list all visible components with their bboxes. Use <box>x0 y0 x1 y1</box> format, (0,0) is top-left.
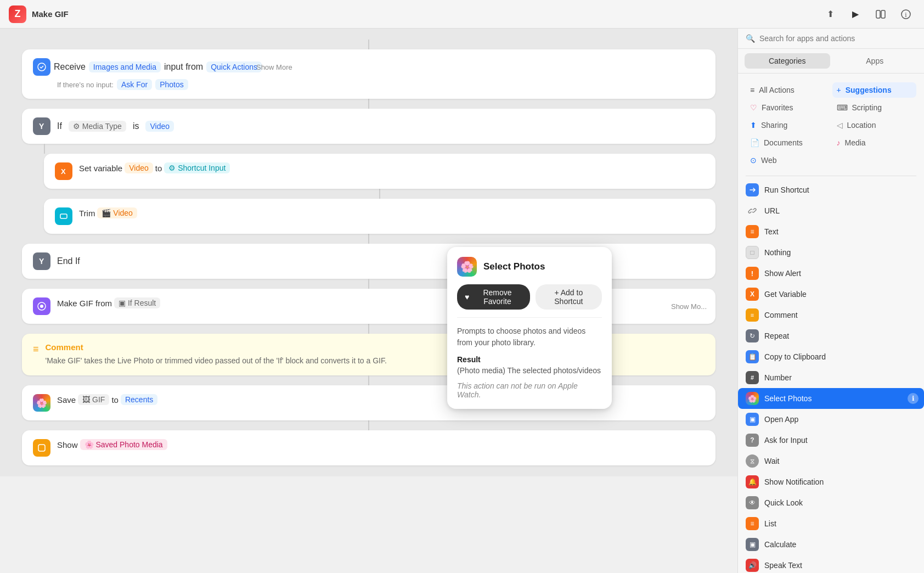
sidebar-item-all-actions[interactable]: ≡ All Actions <box>746 82 830 98</box>
action-run-shortcut[interactable]: Run Shortcut <box>738 179 924 200</box>
if-icon: Y <box>33 117 50 135</box>
end-if-icon: Y <box>33 252 50 270</box>
receive-icon <box>33 58 50 76</box>
save-icon: 🌸 <box>33 394 50 412</box>
panel-toggle-button[interactable] <box>871 5 890 24</box>
action-calculate[interactable]: ▣ Calculate <box>738 534 924 555</box>
action-speak-text[interactable]: 🔊 Speak Text <box>738 555 924 573</box>
action-nothing[interactable]: □ Nothing <box>738 242 924 263</box>
sidebar-item-suggestions[interactable]: + Suggestions <box>832 82 917 98</box>
sidebar-item-favorites[interactable]: ♡ Favorites <box>746 100 830 115</box>
web-label: Web <box>761 156 777 165</box>
show-notification-icon: 🔔 <box>746 475 759 488</box>
number-icon: # <box>746 371 759 384</box>
trim-variable[interactable]: 🎬 Video <box>97 207 137 218</box>
popup-note: This action can not be run on Apple Watc… <box>457 381 602 399</box>
documents-icon: 📄 <box>750 138 759 147</box>
web-icon: ⊙ <box>750 156 757 165</box>
shortcut-input-tag[interactable]: ⚙ Shortcut Input <box>164 162 230 173</box>
action-copy-clipboard[interactable]: 📋 Copy to Clipboard <box>738 346 924 367</box>
make-gif-show-more[interactable]: Show Mo... <box>671 302 707 311</box>
main-layout: Receive Images and Media input from Quic… <box>0 29 924 573</box>
if-condition[interactable]: ⚙ Media Type <box>69 121 126 132</box>
if-result-tag[interactable]: ▣ If Result <box>114 297 160 308</box>
svg-rect-0 <box>876 10 880 18</box>
search-input[interactable] <box>759 34 916 43</box>
action-url[interactable]: URL <box>738 200 924 221</box>
popup-body: Prompts to choose photos and videos from… <box>447 318 612 409</box>
receive-input-type[interactable]: Images and Media <box>89 61 161 72</box>
show-alert-icon: ! <box>746 267 759 280</box>
action-text[interactable]: ≡ Text <box>738 221 924 242</box>
sidebar-item-sharing[interactable]: ⬆ Sharing <box>746 117 830 133</box>
url-label: URL <box>764 206 780 215</box>
svg-text:i: i <box>905 11 907 19</box>
quick-look-icon: 👁 <box>746 496 759 509</box>
titlebar-left: Z Make GIF <box>9 5 69 23</box>
action-show-alert[interactable]: ! Show Alert <box>738 263 924 284</box>
variable-name[interactable]: Video <box>125 162 153 173</box>
category-grid: ≡ All Actions + Suggestions ♡ Favorites … <box>738 78 924 172</box>
receive-show-more[interactable]: Show More <box>256 63 292 71</box>
action-open-app[interactable]: ▣ Open App <box>738 409 924 430</box>
sidebar: 🔍 Categories Apps ≡ All Actions + Sugges… <box>737 29 924 573</box>
action-get-variable[interactable]: X Get Variable <box>738 284 924 305</box>
popup-card: 🌸 Select Photos ♥ Remove Favorite + Add … <box>447 247 612 409</box>
sidebar-item-media[interactable]: ♪ Media <box>832 135 917 150</box>
svg-rect-1 <box>881 10 885 18</box>
sidebar-item-documents[interactable]: 📄 Documents <box>746 135 830 150</box>
popup-app-icon: 🌸 <box>457 257 477 277</box>
documents-label: Documents <box>764 138 803 147</box>
show-content: Show 🌸 Saved Photo Media <box>57 439 705 450</box>
play-button[interactable]: ▶ <box>846 5 865 24</box>
select-photos-info-btn[interactable]: ℹ <box>908 393 919 404</box>
saved-photo-tag[interactable]: 🌸 Saved Photo Media <box>80 439 167 450</box>
recents-tag[interactable]: Recents <box>121 394 157 405</box>
popup-description: Prompts to choose photos and videos from… <box>457 325 602 349</box>
media-label: Media <box>845 138 866 147</box>
action-list[interactable]: ≡ List <box>738 513 924 534</box>
action-show-notification[interactable]: 🔔 Show Notification <box>738 471 924 492</box>
sidebar-item-scripting[interactable]: ⌨ Scripting <box>832 100 917 115</box>
sidebar-item-web[interactable]: ⊙ Web <box>746 153 830 168</box>
ask-for-tag[interactable]: Ask For <box>117 79 152 90</box>
action-repeat[interactable]: ↻ Repeat <box>738 325 924 346</box>
sidebar-item-location[interactable]: ◁ Location <box>832 117 917 133</box>
action-ask-input[interactable]: ? Ask for Input <box>738 430 924 451</box>
action-wait[interactable]: ⧖ Wait <box>738 451 924 471</box>
sharing-icon: ⬆ <box>750 121 757 130</box>
calculate-label: Calculate <box>764 540 796 549</box>
action-select-photos[interactable]: 🌸 Select Photos ℹ <box>738 388 924 409</box>
action-comment[interactable]: ≡ Comment <box>738 305 924 325</box>
action-quick-look[interactable]: 👁 Quick Look <box>738 492 924 513</box>
run-shortcut-icon <box>746 183 759 196</box>
add-to-shortcut-button[interactable]: + Add to Shortcut <box>536 284 602 310</box>
comment-action-icon: ≡ <box>746 308 759 322</box>
popup-title: Select Photos <box>483 261 545 272</box>
number-label: Number <box>764 373 792 382</box>
receive-source[interactable]: Quick Actions <box>206 61 262 72</box>
end-if-label: End If <box>57 256 80 266</box>
sharing-label: Sharing <box>761 121 787 130</box>
open-app-label: Open App <box>764 415 798 424</box>
favorites-icon: ♡ <box>750 103 757 112</box>
run-shortcut-label: Run Shortcut <box>764 186 809 194</box>
remove-favorite-button[interactable]: ♥ Remove Favorite <box>457 284 530 310</box>
gif-tag[interactable]: 🖼 GIF <box>78 394 109 405</box>
popup-result-value: (Photo media) The selected photos/videos <box>457 366 602 375</box>
svg-text:X: X <box>61 167 66 176</box>
photos-tag[interactable]: Photos <box>155 79 188 90</box>
suggestions-label: Suggestions <box>846 86 892 94</box>
tab-categories[interactable]: Categories <box>745 53 830 69</box>
info-button[interactable]: i <box>897 5 915 24</box>
canvas-area[interactable]: Receive Images and Media input from Quic… <box>0 29 737 476</box>
share-button[interactable]: ⬆ <box>821 5 840 24</box>
speak-text-icon: 🔊 <box>746 559 759 572</box>
actions-list: Run Shortcut URL ≡ Text <box>738 179 924 573</box>
open-app-icon: ▣ <box>746 413 759 426</box>
tab-apps[interactable]: Apps <box>832 53 918 69</box>
get-variable-icon: X <box>746 288 759 301</box>
no-input-label: If there's no input: <box>57 81 114 89</box>
action-number[interactable]: # Number <box>738 367 924 388</box>
if-value[interactable]: Video <box>145 121 174 132</box>
